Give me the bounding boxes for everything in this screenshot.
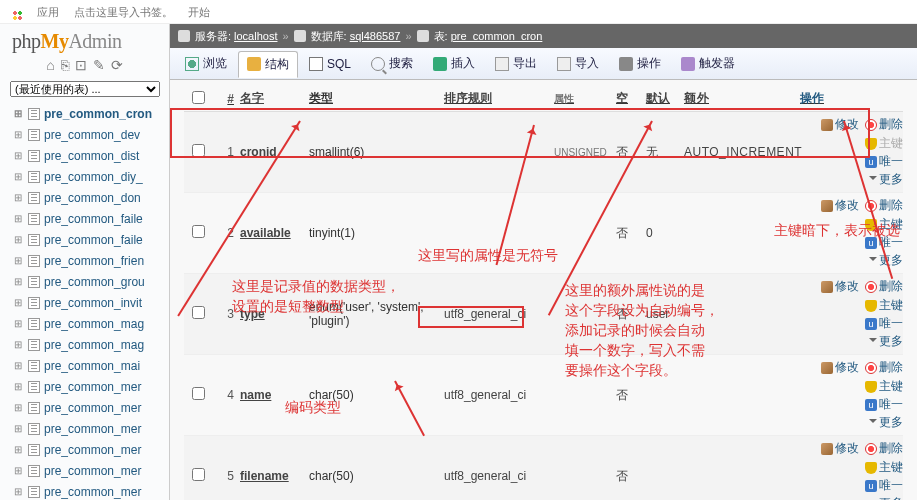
- edit-button[interactable]: 修改: [821, 116, 859, 133]
- tree-table-item[interactable]: ⊞pre_common_mer: [8, 460, 169, 481]
- more-dropdown[interactable]: 更多: [868, 333, 903, 350]
- primary-key-button[interactable]: 主键: [865, 378, 903, 395]
- expand-icon[interactable]: ⊞: [8, 297, 28, 308]
- tab-triggers[interactable]: 触发器: [672, 50, 744, 77]
- tree-table-item[interactable]: ⊞pre_common_faile: [8, 229, 169, 250]
- col-name[interactable]: available: [234, 226, 309, 240]
- expand-icon[interactable]: ⊞: [8, 276, 28, 287]
- tree-table-item[interactable]: ⊞pre_common_mer: [8, 439, 169, 460]
- tree-table-item[interactable]: ⊞pre_common_mag: [8, 334, 169, 355]
- row-checkbox[interactable]: [192, 387, 205, 400]
- sidebar-nav-icon[interactable]: ✎: [93, 57, 105, 73]
- apps-label[interactable]: 应用: [37, 6, 59, 18]
- expand-icon[interactable]: ⊞: [8, 150, 28, 161]
- start-link[interactable]: 开始: [188, 6, 210, 18]
- delete-button[interactable]: 删除: [865, 116, 903, 133]
- sidebar-nav-icon[interactable]: ⌂: [46, 57, 54, 73]
- edit-button[interactable]: 修改: [821, 440, 859, 457]
- tree-table-item[interactable]: ⊞pre_common_dev: [8, 124, 169, 145]
- tab-import[interactable]: 导入: [548, 50, 608, 77]
- sidebar-nav-icon[interactable]: ⊡: [75, 57, 87, 73]
- tree-table-item[interactable]: ⊞pre_common_don: [8, 187, 169, 208]
- crumb-server[interactable]: localhost: [234, 24, 277, 48]
- primary-key-button[interactable]: 主键: [865, 135, 903, 152]
- tree-table-item[interactable]: ⊞pre_common_mai: [8, 355, 169, 376]
- expand-icon[interactable]: ⊞: [8, 234, 28, 245]
- sidebar-nav-icon[interactable]: ⟳: [111, 57, 123, 73]
- expand-icon[interactable]: ⊞: [8, 192, 28, 203]
- tab-sql[interactable]: SQL: [300, 52, 360, 76]
- delete-button[interactable]: 删除: [865, 197, 903, 214]
- more-dropdown[interactable]: 更多: [868, 414, 903, 431]
- tab-browse[interactable]: 浏览: [176, 50, 236, 77]
- edit-button[interactable]: 修改: [821, 197, 859, 214]
- expand-icon[interactable]: ⊞: [8, 318, 28, 329]
- col-name[interactable]: cronid: [234, 145, 309, 159]
- tree-table-item[interactable]: ⊞pre_common_mer: [8, 397, 169, 418]
- primary-key-button[interactable]: 主键: [865, 459, 903, 476]
- tree-table-item[interactable]: ⊞pre_common_frien: [8, 250, 169, 271]
- unique-button[interactable]: u唯一: [865, 153, 903, 170]
- import-hint[interactable]: 点击这里导入书签。: [74, 6, 173, 18]
- more-dropdown[interactable]: 更多: [868, 171, 903, 188]
- expand-icon[interactable]: ⊞: [8, 423, 28, 434]
- expand-icon[interactable]: ⊞: [8, 486, 28, 497]
- tree-table-item[interactable]: ⊞pre_common_invit: [8, 292, 169, 313]
- unique-button[interactable]: u唯一: [865, 396, 903, 413]
- tab-operations[interactable]: 操作: [610, 50, 670, 77]
- expand-icon[interactable]: ⊞: [8, 444, 28, 455]
- more-dropdown[interactable]: 更多: [868, 252, 903, 269]
- col-name[interactable]: type: [234, 307, 309, 321]
- tab-insert[interactable]: 插入: [424, 50, 484, 77]
- expand-icon[interactable]: ⊞: [8, 381, 28, 392]
- delete-button[interactable]: 删除: [865, 359, 903, 376]
- expand-icon[interactable]: ⊞: [8, 213, 28, 224]
- col-index: 1: [212, 145, 234, 159]
- expand-icon[interactable]: ⊞: [8, 360, 28, 371]
- row-checkbox[interactable]: [192, 306, 205, 319]
- tree-table-item[interactable]: ⊞pre_common_grou: [8, 271, 169, 292]
- primary-key-button[interactable]: 主键: [865, 216, 903, 233]
- expand-icon[interactable]: ⊞: [8, 402, 28, 413]
- crumb-db[interactable]: sql486587: [350, 24, 401, 48]
- unique-button[interactable]: u唯一: [865, 315, 903, 332]
- col-name[interactable]: filename: [234, 469, 309, 483]
- apps-icon[interactable]: [8, 6, 22, 20]
- tree-table-item[interactable]: ⊞pre_common_dist: [8, 145, 169, 166]
- expand-icon[interactable]: ⊞: [8, 255, 28, 266]
- check-all[interactable]: [192, 91, 205, 104]
- expand-icon[interactable]: ⊞: [8, 108, 28, 119]
- table-icon: [28, 213, 40, 225]
- expand-icon[interactable]: ⊞: [8, 339, 28, 350]
- expand-icon[interactable]: ⊞: [8, 465, 28, 476]
- edit-button[interactable]: 修改: [821, 359, 859, 376]
- tree-table-item[interactable]: ⊞pre_common_mer: [8, 418, 169, 439]
- col-name[interactable]: name: [234, 388, 309, 402]
- delete-button[interactable]: 删除: [865, 278, 903, 295]
- crumb-table[interactable]: pre_common_cron: [451, 24, 543, 48]
- tab-structure[interactable]: 结构: [238, 51, 298, 78]
- tree-table-item[interactable]: ⊞pre_common_mer: [8, 376, 169, 397]
- tree-table-item[interactable]: ⊞pre_common_mer: [8, 481, 169, 500]
- expand-icon[interactable]: ⊞: [8, 129, 28, 140]
- tree-table-item[interactable]: ⊞pre_common_cron: [8, 103, 169, 124]
- primary-key-button[interactable]: 主键: [865, 297, 903, 314]
- row-checkbox[interactable]: [192, 144, 205, 157]
- edit-button[interactable]: 修改: [821, 278, 859, 295]
- tree-table-item[interactable]: ⊞pre_common_diy_: [8, 166, 169, 187]
- tree-table-item[interactable]: ⊞pre_common_faile: [8, 208, 169, 229]
- table-icon: [28, 444, 40, 456]
- sidebar-nav-icon[interactable]: ⎘: [61, 57, 69, 73]
- row-checkbox[interactable]: [192, 468, 205, 481]
- tab-export[interactable]: 导出: [486, 50, 546, 77]
- delete-icon: [865, 119, 877, 131]
- delete-button[interactable]: 删除: [865, 440, 903, 457]
- recent-tables-select[interactable]: (最近使用的表) ...: [10, 81, 160, 97]
- more-dropdown[interactable]: 更多: [868, 495, 903, 500]
- row-checkbox[interactable]: [192, 225, 205, 238]
- tab-search[interactable]: 搜索: [362, 50, 422, 77]
- expand-icon[interactable]: ⊞: [8, 171, 28, 182]
- tree-table-item[interactable]: ⊞pre_common_mag: [8, 313, 169, 334]
- unique-button[interactable]: u唯一: [865, 234, 903, 251]
- unique-button[interactable]: u唯一: [865, 477, 903, 494]
